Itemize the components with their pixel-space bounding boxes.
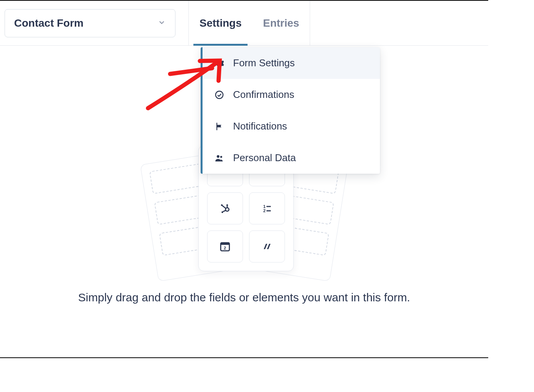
settings-dropdown: Form Settings Confirmations Notification… [201, 47, 380, 174]
form-selector[interactable]: Contact Form [5, 9, 175, 37]
tab-divider [310, 1, 310, 45]
menu-item-personal-data[interactable]: Personal Data [203, 142, 380, 174]
svg-line-11 [223, 210, 226, 211]
chevron-down-icon [158, 18, 166, 28]
menu-item-label: Notifications [233, 120, 287, 132]
menu-item-label: Personal Data [233, 152, 296, 164]
hubspot-icon [207, 192, 243, 224]
menu-item-label: Form Settings [233, 57, 295, 69]
svg-rect-17 [221, 243, 230, 245]
menu-item-confirmations[interactable]: Confirmations [203, 79, 380, 110]
people-icon [214, 153, 225, 163]
svg-point-0 [216, 91, 223, 99]
menu-item-notifications[interactable]: Notifications [203, 110, 380, 142]
svg-point-1 [217, 155, 219, 158]
svg-text:1: 1 [263, 204, 265, 209]
tab-label: Settings [199, 17, 241, 29]
calendar-date-icon: 2 [207, 230, 243, 262]
tabs: Settings Entries [188, 1, 310, 45]
check-circle-icon [214, 90, 225, 100]
svg-point-2 [220, 156, 222, 158]
menu-item-form-settings[interactable]: Form Settings [203, 47, 380, 79]
empty-state-instruction: Simply drag and drop the fields or eleme… [0, 289, 488, 307]
header-bar: Contact Form Settings Entries [0, 1, 488, 46]
svg-text:2: 2 [263, 208, 265, 213]
svg-point-8 [222, 211, 224, 213]
menu-item-label: Confirmations [233, 89, 294, 101]
numbered-list-icon: 12 [249, 192, 285, 224]
tab-entries[interactable]: Entries [252, 1, 310, 45]
stripes-icon [249, 230, 285, 262]
svg-text:2: 2 [224, 246, 226, 250]
tab-settings[interactable]: Settings [189, 1, 252, 45]
svg-point-7 [226, 204, 228, 206]
form-selector-label: Contact Form [14, 17, 84, 29]
svg-line-9 [222, 206, 226, 208]
flag-icon [214, 121, 225, 132]
tab-label: Entries [263, 17, 299, 29]
gear-icon [214, 58, 225, 69]
